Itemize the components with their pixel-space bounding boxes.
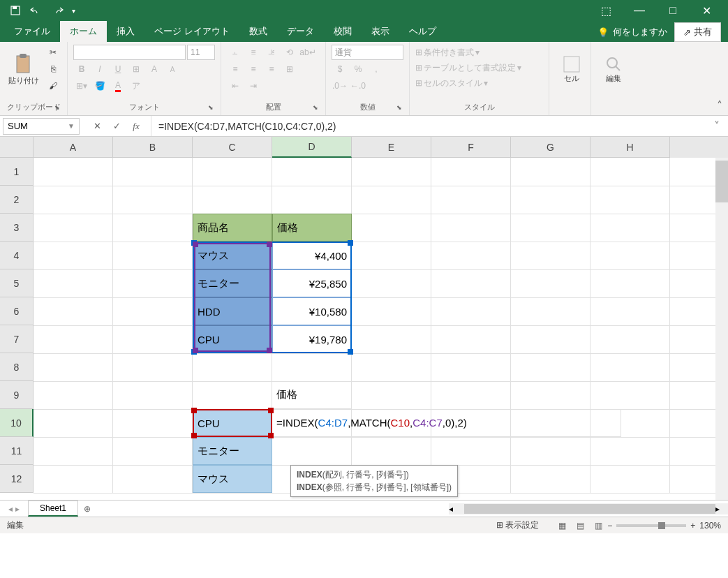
cell-d5[interactable]: ¥25,850 — [272, 269, 352, 297]
zoom-out-button[interactable]: − — [607, 521, 612, 531]
col-header-a[interactable]: A — [34, 137, 113, 158]
decrease-indent-button[interactable]: ⇤ — [227, 78, 244, 94]
clipboard-launcher[interactable]: ⬊ — [53, 104, 61, 112]
cell-c6[interactable]: HDD — [193, 297, 272, 325]
cell-c4[interactable]: マウス — [193, 242, 272, 269]
cell-c10[interactable]: CPU — [193, 409, 272, 437]
page-break-view-button[interactable]: ▥ — [589, 519, 607, 533]
scrollbar-thumb[interactable] — [464, 504, 715, 514]
insert-function-button[interactable]: fx — [127, 119, 145, 134]
col-header-f[interactable]: F — [431, 137, 511, 158]
align-center-button[interactable]: ≡ — [245, 61, 262, 77]
format-painter-button[interactable]: 🖌 — [45, 78, 61, 94]
alignment-launcher[interactable]: ⬊ — [311, 104, 320, 112]
phonetic-button[interactable]: ア — [128, 78, 144, 94]
vertical-scrollbar[interactable] — [715, 158, 728, 500]
sheet-nav-buttons[interactable]: ◂ ▸ — [0, 504, 28, 514]
row-header-3[interactable]: 3 — [0, 214, 34, 242]
cell-d6[interactable]: ¥10,580 — [272, 297, 352, 325]
add-sheet-button[interactable]: ⊕ — [78, 504, 96, 514]
share-button[interactable]: ⇗ 共有 — [674, 22, 721, 42]
qat-customize-button[interactable]: ▾ — [68, 2, 78, 19]
row-header-11[interactable]: 11 — [0, 437, 34, 465]
comma-button[interactable]: , — [368, 61, 385, 77]
expand-formula-bar-button[interactable]: ˅ — [714, 119, 728, 133]
cell-c7[interactable]: CPU — [193, 325, 272, 353]
row-header-1[interactable]: 1 — [0, 158, 34, 186]
col-header-g[interactable]: G — [511, 137, 590, 158]
redo-button[interactable] — [47, 2, 67, 19]
row-header-12[interactable]: 12 — [0, 465, 34, 493]
bold-button[interactable]: B — [73, 61, 90, 77]
borders-button[interactable]: ⊞▾ — [73, 78, 90, 94]
ribbon-display-button[interactable]: ⬚ — [590, 0, 622, 21]
merge-button[interactable]: ⊞ — [281, 61, 298, 77]
border-button[interactable]: ⊞ — [128, 61, 144, 77]
tab-view[interactable]: 表示 — [362, 21, 399, 42]
tab-review[interactable]: 校閲 — [324, 21, 362, 42]
cell-d4[interactable]: ¥4,400 — [272, 242, 352, 269]
cut-button[interactable]: ✂ — [45, 45, 61, 60]
font-color-button[interactable]: A — [110, 78, 126, 94]
cell-c12[interactable]: マウス — [193, 465, 272, 493]
tab-help[interactable]: ヘルプ — [399, 21, 446, 42]
tab-data[interactable]: データ — [277, 21, 324, 42]
orientation-button[interactable]: ⟲ — [281, 45, 298, 60]
row-header-10[interactable]: 10 — [0, 409, 34, 437]
horizontal-scrollbar[interactable]: ◂▸ — [449, 503, 728, 514]
number-format-combo[interactable]: 通貨 — [332, 45, 403, 60]
col-header-b[interactable]: B — [113, 137, 193, 158]
copy-button[interactable]: ⎘ — [45, 61, 61, 77]
row-header-4[interactable]: 4 — [0, 242, 34, 269]
tab-file[interactable]: ファイル — [4, 21, 60, 42]
conditional-format-button[interactable]: ⊞ 条件付き書式 ▾ — [415, 45, 543, 60]
zoom-in-button[interactable]: + — [690, 521, 695, 531]
cell-styles-button[interactable]: ⊞ セルのスタイル ▾ — [415, 75, 543, 91]
cancel-formula-button[interactable]: ✕ — [88, 119, 106, 134]
percent-button[interactable]: % — [350, 61, 366, 77]
align-bottom-button[interactable]: ⫡ — [263, 45, 280, 60]
cells-area[interactable]: 商品名 価格 マウス ¥4,400 モニター ¥25,850 HDD ¥10,5… — [34, 158, 728, 500]
col-header-h[interactable]: H — [590, 137, 670, 158]
row-header-5[interactable]: 5 — [0, 269, 34, 297]
zoom-level[interactable]: 130% — [699, 521, 721, 531]
format-as-table-button[interactable]: ⊞ テーブルとして書式設定 ▾ — [415, 60, 543, 75]
formula-input[interactable]: =INDEX(C4:D7,MATCH(C10,C4:C7,0),2) — [151, 121, 714, 132]
cell-c3[interactable]: 商品名 — [193, 214, 272, 242]
select-all-corner[interactable] — [0, 137, 34, 158]
row-header-9[interactable]: 9 — [0, 381, 34, 409]
wrap-text-button[interactable]: ab↵ — [299, 45, 316, 60]
cells-button[interactable]: セル — [555, 45, 588, 94]
enter-formula-button[interactable]: ✓ — [107, 119, 126, 134]
increase-font-button[interactable]: A — [146, 61, 163, 77]
align-middle-button[interactable]: ≡ — [245, 45, 262, 60]
maximize-button[interactable]: □ — [657, 0, 689, 21]
tab-insert[interactable]: 挿入 — [107, 21, 144, 42]
collapse-ribbon-button[interactable]: ˄ — [717, 99, 722, 112]
page-layout-view-button[interactable]: ▤ — [571, 519, 589, 533]
save-button[interactable] — [6, 2, 25, 19]
paste-button[interactable]: 貼り付け — [6, 45, 42, 94]
increase-indent-button[interactable]: ⇥ — [245, 78, 262, 94]
cell-d10-formula[interactable]: =INDEX(C4:D7,MATCH(C10,C4:C7,0),2) — [272, 409, 621, 437]
normal-view-button[interactable]: ▦ — [553, 519, 571, 533]
fill-color-button[interactable]: 🪣 — [91, 78, 108, 94]
sheet-tab-sheet1[interactable]: Sheet1 — [28, 501, 78, 517]
cell-d3[interactable]: 価格 — [272, 214, 352, 242]
number-launcher[interactable]: ⬊ — [395, 104, 403, 112]
tab-home[interactable]: ホーム — [60, 21, 107, 42]
underline-button[interactable]: U — [110, 61, 126, 77]
zoom-slider[interactable] — [616, 524, 686, 527]
scrollbar-thumb[interactable] — [715, 161, 728, 202]
align-left-button[interactable]: ≡ — [227, 61, 244, 77]
cell-d9[interactable]: 価格 — [272, 381, 352, 409]
close-button[interactable]: ✕ — [690, 0, 722, 21]
font-size-combo[interactable]: 11 — [187, 45, 215, 60]
cell-c11[interactable]: モニター — [193, 437, 272, 465]
col-header-c[interactable]: C — [193, 137, 272, 158]
row-header-7[interactable]: 7 — [0, 325, 34, 353]
undo-button[interactable] — [27, 2, 46, 19]
row-header-2[interactable]: 2 — [0, 186, 34, 214]
col-header-e[interactable]: E — [352, 137, 431, 158]
minimize-button[interactable]: — — [623, 0, 655, 21]
